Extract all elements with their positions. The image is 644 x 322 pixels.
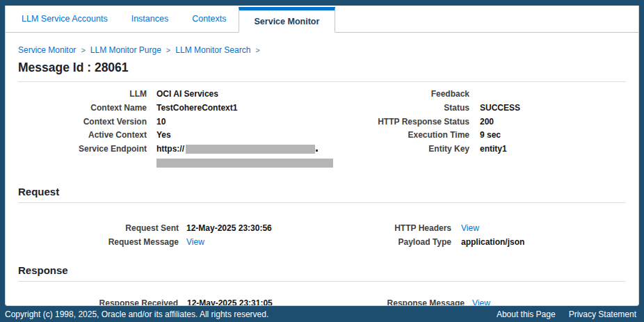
breadcrumb-link-llm-monitor-search[interactable]: LLM Monitor Search	[175, 45, 250, 55]
breadcrumb-separator: >	[255, 46, 259, 54]
request-section-title: Request	[18, 186, 626, 198]
field-label: HTTP Headers	[322, 223, 461, 233]
details-right-column: FeedbackStatusSUCCESSHTTP Response Statu…	[322, 89, 626, 172]
tab-llm-service-accounts[interactable]: LLM Service Accounts	[10, 6, 120, 32]
field-label: Request Message	[18, 237, 186, 247]
field-value: 9 sec	[480, 130, 501, 140]
response-divider	[18, 281, 626, 282]
field-row-response-message: Response MessageView	[322, 298, 626, 306]
tab-instances[interactable]: Instances	[120, 6, 181, 32]
breadcrumb-link-service-monitor[interactable]: Service Monitor	[18, 45, 76, 55]
field-row-service-endpoint: Service Endpointhttps://	[18, 144, 322, 158]
view-link-request-message[interactable]: View	[186, 237, 204, 247]
page-body: Service Monitor>LLM Monitor Purge>LLM Mo…	[6, 33, 638, 306]
field-row-feedback: Feedback	[322, 89, 626, 103]
field-label: Service Endpoint	[18, 144, 156, 154]
field-label: Feedback	[322, 89, 480, 99]
field-label: Payload Type	[322, 237, 461, 247]
request-left-column: Request Sent12-May-2025 23:30:56Request …	[18, 223, 322, 251]
field-value: SUCCESS	[480, 103, 520, 113]
request-section: Request Request Sent12-May-2025 23:30:56…	[18, 186, 626, 251]
field-value: Yes	[156, 130, 171, 140]
response-left-column: Response Received12-May-2025 23:31:05	[18, 298, 322, 306]
field-value: 10	[156, 117, 166, 127]
field-value: entity1	[480, 144, 507, 154]
field-row-request-message: Request MessageView	[18, 237, 322, 251]
redacted-text-dot	[316, 150, 318, 152]
field-row-active-context: Active ContextYes	[18, 130, 322, 144]
field-row-context-name: Context NameTestCohereContext1	[18, 103, 322, 117]
field-row-payload-type: Payload Typeapplication/json	[322, 237, 626, 251]
field-row-http-headers: HTTP HeadersView	[322, 223, 626, 237]
field-value: 200	[480, 117, 494, 127]
tab-service-monitor[interactable]: Service Monitor	[239, 7, 336, 33]
details-left-column: LLMOCI AI ServicesContext NameTestCohere…	[18, 89, 322, 172]
redacted-text	[156, 159, 333, 168]
field-label: Entity Key	[322, 144, 480, 154]
field-value	[156, 158, 333, 168]
field-label: HTTP Response Status	[322, 117, 480, 127]
tab-bar: LLM Service AccountsInstancesContextsSer…	[6, 6, 638, 33]
request-divider	[18, 202, 626, 203]
response-fields: Response Received12-May-2025 23:31:05 Re…	[18, 298, 626, 306]
breadcrumb-link-llm-monitor-purge[interactable]: LLM Monitor Purge	[90, 45, 161, 55]
field-row-response-received: Response Received12-May-2025 23:31:05	[18, 298, 322, 306]
breadcrumb-separator: >	[81, 46, 85, 54]
response-section: Response Response Received12-May-2025 23…	[18, 264, 626, 306]
field-label: Context Version	[18, 117, 156, 127]
field-row-service-endpoint-line2	[18, 158, 322, 172]
field-label: Status	[322, 103, 480, 113]
details-region: LLMOCI AI ServicesContext NameTestCohere…	[18, 89, 626, 172]
response-right-column: Response MessageView	[322, 298, 626, 306]
about-this-page-link[interactable]: About this Page	[497, 309, 556, 319]
application-window: LLM Service AccountsInstancesContextsSer…	[0, 0, 644, 322]
request-right-column: HTTP HeadersViewPayload Typeapplication/…	[322, 223, 626, 251]
field-value: View	[186, 237, 204, 247]
page-title: Message Id : 28061	[18, 61, 626, 75]
field-label: Context Name	[18, 103, 156, 113]
field-value: OCI AI Services	[156, 89, 218, 99]
privacy-statement-link[interactable]: Privacy Statement	[569, 309, 636, 319]
field-row-status: StatusSUCCESS	[322, 103, 626, 117]
field-label: Execution Time	[322, 130, 480, 140]
field-value: application/json	[461, 237, 524, 247]
field-label: LLM	[18, 89, 156, 99]
field-row-llm: LLMOCI AI Services	[18, 89, 322, 103]
field-value: View	[461, 223, 479, 233]
response-section-title: Response	[18, 264, 626, 276]
view-link-http-headers[interactable]: View	[461, 223, 479, 233]
field-label: Active Context	[18, 130, 156, 140]
field-value: View	[472, 298, 490, 306]
request-fields: Request Sent12-May-2025 23:30:56Request …	[18, 223, 626, 251]
tab-contexts[interactable]: Contexts	[180, 6, 238, 32]
field-label: Response Received	[18, 298, 187, 306]
field-value: TestCohereContext1	[156, 103, 237, 113]
field-row-request-sent: Request Sent12-May-2025 23:30:56	[18, 223, 322, 237]
view-link-response-message[interactable]: View	[472, 298, 490, 306]
breadcrumb: Service Monitor>LLM Monitor Purge>LLM Mo…	[18, 45, 626, 55]
breadcrumb-separator: >	[166, 46, 170, 54]
field-value: https://	[156, 144, 318, 154]
field-row-execution-time: Execution Time9 sec	[322, 130, 626, 144]
redacted-text	[186, 145, 315, 154]
field-row-entity-key: Entity Keyentity1	[322, 144, 626, 158]
field-row-context-version: Context Version10	[18, 117, 322, 131]
field-label: Request Sent	[18, 223, 186, 233]
copyright-text: Copyright (c) 1998, 2025, Oracle and/or …	[5, 309, 268, 319]
field-row-http-response-status: HTTP Response Status200	[322, 117, 626, 131]
field-value: 12-May-2025 23:30:56	[186, 223, 272, 233]
title-divider	[18, 81, 626, 82]
field-value: 12-May-2025 23:31:05	[187, 298, 273, 306]
footer-links: About this PagePrivacy Statement	[483, 309, 636, 319]
content-area: LLM Service AccountsInstancesContextsSer…	[5, 6, 639, 306]
footer-bar: Copyright (c) 1998, 2025, Oracle and/or …	[0, 306, 644, 322]
field-label: Response Message	[322, 298, 472, 306]
